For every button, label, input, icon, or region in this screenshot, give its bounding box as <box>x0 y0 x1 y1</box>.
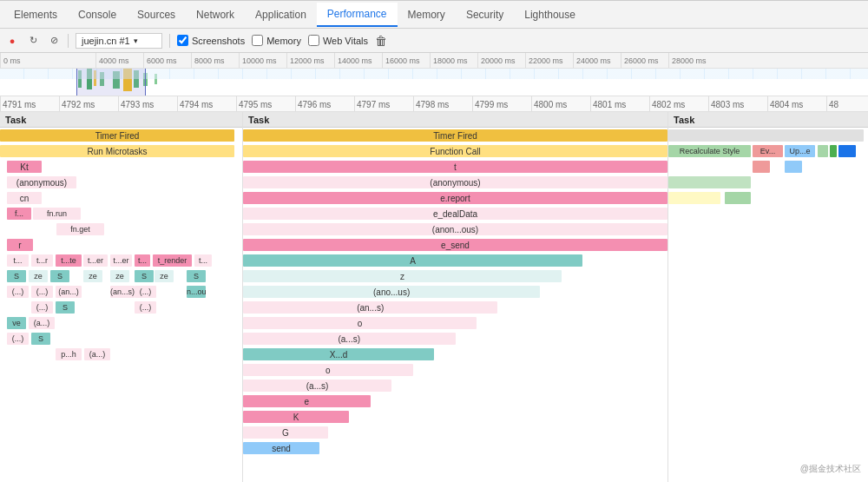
ev-block[interactable]: Ev... <box>753 145 783 157</box>
g-block[interactable]: G <box>243 426 328 439</box>
anonymous-mid-block[interactable]: (anonymous) <box>243 176 667 188</box>
function-call-block[interactable]: Function Call <box>243 145 667 157</box>
ze-block-1[interactable]: ze <box>29 270 48 282</box>
source-select[interactable]: juejin.cn #1 ▾ <box>76 33 162 49</box>
right-green-3[interactable] <box>668 176 751 188</box>
tab-elements[interactable]: Elements <box>3 3 68 26</box>
ze-block-4[interactable]: ze <box>155 270 174 282</box>
right-ev-sub[interactable] <box>753 161 770 173</box>
ans-block-1[interactable]: (an...) <box>56 286 82 298</box>
right-green-1[interactable] <box>818 145 828 157</box>
up-e-block[interactable]: Up...e <box>785 145 815 157</box>
tab-memory[interactable]: Memory <box>398 3 456 26</box>
f-block[interactable]: f... <box>7 208 31 220</box>
as2-block[interactable]: (a...s) <box>243 380 391 392</box>
tab-lighthouse[interactable]: Lighthouse <box>514 3 586 26</box>
s-block-1[interactable]: S <box>7 270 26 282</box>
ze-block-2[interactable]: ze <box>83 270 102 282</box>
o-block[interactable]: o <box>243 317 477 329</box>
dots-s-1[interactable]: (...) <box>31 301 53 314</box>
kt-block[interactable]: Kt <box>7 161 42 173</box>
reload-button[interactable]: ↻ <box>26 34 40 48</box>
r-block[interactable]: r <box>7 239 33 251</box>
t-block-3[interactable]: t...te <box>56 254 82 267</box>
dots-s-3[interactable]: (...) <box>7 333 29 345</box>
as-block[interactable]: (a...s) <box>243 333 456 345</box>
a-block-2[interactable]: (a...) <box>84 348 110 360</box>
dots-s-2[interactable]: (...) <box>135 301 156 314</box>
timer-fired-block-left[interactable]: Timer Fired <box>0 129 234 142</box>
anon-s-2[interactable]: (...) <box>31 286 53 298</box>
right-blue-1[interactable] <box>838 145 856 157</box>
e-send-block[interactable]: e_send <box>243 239 667 251</box>
tab-sources[interactable]: Sources <box>127 3 186 26</box>
t-mid-block[interactable]: t <box>243 161 667 173</box>
web-vitals-checkbox[interactable] <box>308 35 319 46</box>
memory-checkbox-label[interactable]: Memory <box>252 35 301 46</box>
ans-block-2[interactable]: (an...s) <box>110 286 135 298</box>
o2-block[interactable]: o <box>243 364 413 376</box>
t-block-2[interactable]: t...r <box>31 254 53 267</box>
mid-anon-row: (anonymous) <box>243 175 667 190</box>
s-block-3[interactable]: S <box>135 270 154 282</box>
t-block-5[interactable]: t...er <box>110 254 132 267</box>
t-render-block[interactable]: t_render <box>153 254 192 267</box>
left-r-row: r <box>0 237 242 253</box>
e-dealdata-block[interactable]: e_dealData <box>243 208 667 220</box>
anon-s-block[interactable]: (an...ous) <box>187 286 206 298</box>
right-yellow-1[interactable] <box>668 192 720 204</box>
right-up-sub[interactable] <box>785 161 802 173</box>
s-7[interactable]: S <box>31 333 50 345</box>
t-block-7[interactable]: t... <box>194 254 212 267</box>
right-green-2[interactable] <box>830 145 837 157</box>
anon-s-1[interactable]: (...) <box>7 286 29 298</box>
mid-e-row: e <box>243 393 667 409</box>
tab-performance[interactable]: Performance <box>317 3 398 27</box>
anon-s-3[interactable]: (...) <box>135 286 156 298</box>
fn-get-block[interactable]: fn.get <box>56 223 104 235</box>
tab-network[interactable]: Network <box>186 3 245 26</box>
k-block[interactable]: K <box>243 411 349 423</box>
task-right-block[interactable] <box>668 129 864 142</box>
anonymous-block-1[interactable]: (anonymous) <box>7 176 76 188</box>
s-block-4[interactable]: S <box>187 270 206 282</box>
ve-block[interactable]: ve <box>7 317 26 329</box>
e-block[interactable]: e <box>243 395 371 407</box>
t-block-6[interactable]: t... <box>135 254 150 267</box>
a-block-1[interactable]: (a...) <box>29 317 55 329</box>
tab-security[interactable]: Security <box>456 3 514 26</box>
record-button[interactable]: ● <box>5 34 19 48</box>
screenshots-checkbox-label[interactable]: Screenshots <box>177 35 245 46</box>
run-microtasks-block[interactable]: Run Microtasks <box>0 145 234 157</box>
xd-block[interactable]: X...d <box>243 348 434 360</box>
s-6[interactable]: S <box>56 301 75 314</box>
tab-console[interactable]: Console <box>68 3 127 26</box>
right-green-4[interactable] <box>725 192 751 204</box>
t-block-1[interactable]: t... <box>7 254 29 267</box>
send-block[interactable]: send <box>243 442 319 454</box>
ze-block-3[interactable]: ze <box>110 270 129 282</box>
web-vitals-checkbox-label[interactable]: Web Vitals <box>308 35 368 46</box>
cn-block[interactable]: cn <box>7 192 42 204</box>
trash-button[interactable]: 🗑 <box>375 34 387 48</box>
clear-button[interactable]: ⊘ <box>47 34 61 48</box>
e-report-block[interactable]: e.report <box>243 192 667 204</box>
tab-application[interactable]: Application <box>245 3 317 26</box>
screenshots-checkbox[interactable] <box>177 35 188 46</box>
s-block-2[interactable]: S <box>50 270 69 282</box>
recalc-style-block[interactable]: Recalculate Style <box>668 145 751 157</box>
z-block[interactable]: z <box>243 270 562 282</box>
anonous-mid-block[interactable]: (anon...ous) <box>243 223 667 235</box>
anous-block[interactable]: (ano...us) <box>243 286 540 298</box>
memory-checkbox[interactable] <box>252 35 263 46</box>
t-block-4[interactable]: t...er <box>83 254 108 267</box>
ans-mid-block[interactable]: (an...s) <box>243 301 497 314</box>
overview-timeline[interactable]: 0 ms 4000 ms 6000 ms 8000 ms 10000 ms 12… <box>0 53 868 96</box>
fn-run-block[interactable]: fn.run <box>33 208 81 220</box>
a-mid-block[interactable]: A <box>243 254 582 267</box>
devtools-panel: Elements Console Sources Network Applica… <box>0 0 868 482</box>
timer-fired-block-mid[interactable]: Timer Fired <box>243 129 667 142</box>
mid-anonous-row: (anon...ous) <box>243 221 667 237</box>
ph-block[interactable]: p...h <box>56 348 82 360</box>
overview-bars[interactable] <box>0 69 868 96</box>
